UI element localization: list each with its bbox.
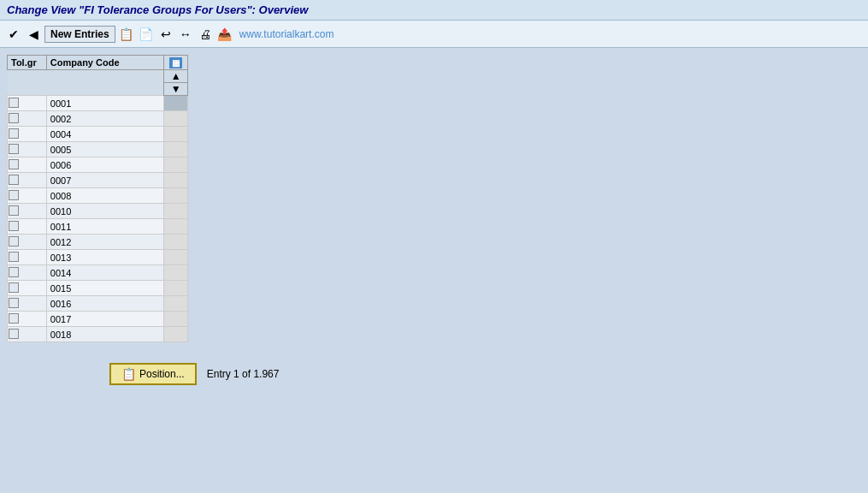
- cell-scroll: [164, 173, 188, 188]
- copy-rows-icon[interactable]: 📋: [118, 26, 135, 43]
- cell-compcode: 0008: [46, 188, 164, 204]
- cell-scroll: [164, 157, 188, 173]
- paste-rows-icon[interactable]: 📄: [138, 26, 155, 43]
- table-row[interactable]: 0012: [8, 235, 188, 250]
- cell-scroll: [164, 111, 188, 127]
- scroll-down-row: ▼: [8, 83, 188, 96]
- scroll-up-button[interactable]: ▲: [164, 70, 188, 83]
- table-row[interactable]: 0006: [8, 157, 188, 173]
- undo-icon[interactable]: ↩: [157, 26, 174, 43]
- cell-scroll: [164, 188, 188, 204]
- checkmark-icon[interactable]: ✔: [5, 26, 22, 43]
- table-row[interactable]: 0004: [8, 127, 188, 142]
- row-selector[interactable]: [8, 296, 47, 312]
- row-selector[interactable]: [8, 250, 47, 265]
- entry-info-text: Entry 1 of 1.967: [207, 368, 280, 380]
- page-title: Change View "FI Tolerance Groups For Use…: [7, 3, 308, 16]
- cell-compcode: 0015: [46, 281, 164, 296]
- cell-compcode: 0017: [46, 312, 164, 327]
- cell-compcode: 0007: [46, 173, 164, 188]
- row-selector[interactable]: [8, 188, 47, 204]
- cell-scroll: [164, 265, 188, 281]
- position-icon: 📋: [121, 367, 136, 381]
- cell-scroll: [164, 204, 188, 219]
- row-selector[interactable]: [8, 327, 47, 342]
- row-selector[interactable]: [8, 142, 47, 157]
- move-icon[interactable]: ↔: [177, 26, 194, 43]
- table-row[interactable]: 0015: [8, 281, 188, 296]
- cell-scroll: [164, 250, 188, 265]
- row-selector[interactable]: [8, 157, 47, 173]
- cell-compcode: 0002: [46, 111, 164, 127]
- print-icon[interactable]: 🖨: [197, 26, 214, 43]
- cell-compcode: 0018: [46, 327, 164, 342]
- back-icon[interactable]: ◀: [25, 26, 42, 43]
- position-button[interactable]: 📋 Position...: [109, 363, 197, 385]
- row-selector[interactable]: [8, 111, 47, 127]
- cell-compcode: 0010: [46, 204, 164, 219]
- col-header-compcode: Company Code: [46, 56, 164, 70]
- cell-scroll: [164, 142, 188, 157]
- table-row[interactable]: 0013: [8, 250, 188, 265]
- row-selector[interactable]: [8, 265, 47, 281]
- row-selector[interactable]: [8, 281, 47, 296]
- cell-compcode: 0013: [46, 250, 164, 265]
- table-row[interactable]: 0016: [8, 296, 188, 312]
- cell-scroll: [164, 296, 188, 312]
- table-row[interactable]: 0007: [8, 173, 188, 188]
- cell-scroll: [164, 327, 188, 342]
- cell-scroll: [164, 235, 188, 250]
- export-icon[interactable]: 📤: [216, 26, 233, 43]
- cell-compcode: 0005: [46, 142, 164, 157]
- cell-scroll: [164, 281, 188, 296]
- row-selector[interactable]: [8, 312, 47, 327]
- table-body: 0001000200040005000600070008001000110012…: [8, 96, 188, 342]
- toolbar: ✔ ◀ New Entries 📋 📄 ↩ ↔ 🖨 📤 www.tutorial…: [0, 21, 868, 48]
- table-row[interactable]: 0008: [8, 188, 188, 204]
- table-row[interactable]: 0001: [8, 96, 188, 111]
- cell-compcode: 0006: [46, 157, 164, 173]
- row-selector[interactable]: [8, 173, 47, 188]
- col-header-settings[interactable]: ▦: [164, 56, 188, 70]
- cell-scroll: [164, 219, 188, 235]
- col-header-tolgr: Tol.gr: [8, 56, 47, 70]
- watermark-text: www.tutorialkart.com: [239, 28, 334, 40]
- cell-compcode: 0014: [46, 265, 164, 281]
- table-row[interactable]: 0010: [8, 204, 188, 219]
- bottom-bar: 📋 Position... Entry 1 of 1.967: [7, 363, 861, 385]
- scroll-down-button[interactable]: ▼: [164, 83, 188, 96]
- cell-compcode: 0012: [46, 235, 164, 250]
- row-selector[interactable]: [8, 219, 47, 235]
- cell-scroll: [164, 96, 188, 111]
- row-selector[interactable]: [8, 204, 47, 219]
- cell-scroll: [164, 127, 188, 142]
- table-row[interactable]: 0017: [8, 312, 188, 327]
- table-row[interactable]: 0018: [8, 327, 188, 342]
- cell-compcode: 0011: [46, 219, 164, 235]
- cell-scroll: [164, 312, 188, 327]
- row-selector[interactable]: [8, 127, 47, 142]
- row-selector[interactable]: [8, 235, 47, 250]
- cell-compcode: 0016: [46, 296, 164, 312]
- table-row[interactable]: 0011: [8, 219, 188, 235]
- table-header-row: Tol.gr Company Code ▦: [8, 56, 188, 70]
- new-entries-button[interactable]: New Entries: [44, 26, 115, 43]
- cell-compcode: 0004: [46, 127, 164, 142]
- position-button-label: Position...: [139, 368, 185, 380]
- data-table: Tol.gr Company Code ▦ ▲ ▼: [7, 55, 188, 342]
- cell-compcode: 0001: [46, 96, 164, 111]
- table-wrapper: Tol.gr Company Code ▦ ▲ ▼: [7, 55, 188, 342]
- table-row[interactable]: 0014: [8, 265, 188, 281]
- title-bar: Change View "FI Tolerance Groups For Use…: [0, 0, 868, 21]
- scroll-up-row: ▲: [8, 70, 188, 83]
- table-row[interactable]: 0002: [8, 111, 188, 127]
- main-content: Tol.gr Company Code ▦ ▲ ▼: [0, 48, 868, 392]
- row-selector[interactable]: [8, 96, 47, 111]
- table-row[interactable]: 0005: [8, 142, 188, 157]
